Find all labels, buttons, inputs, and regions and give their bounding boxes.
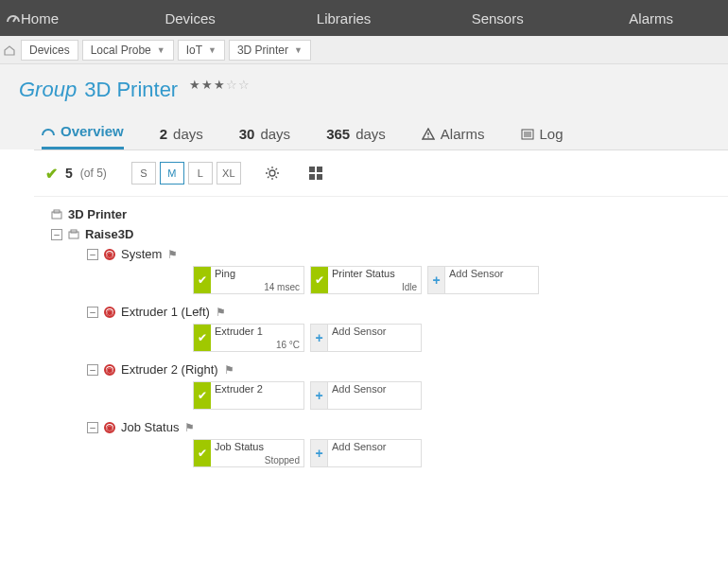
house-icon <box>3 44 16 57</box>
size-m[interactable]: M <box>160 162 184 185</box>
sensor-toolbar: ✔ 5 (of 5) S M L XL <box>34 150 728 197</box>
tab-overview[interactable]: Overview <box>42 123 124 149</box>
group-label: Extruder 1 (Left) <box>121 305 210 319</box>
breadcrumb-home-icon[interactable] <box>2 43 17 58</box>
page-title-area: Group 3D Printer ★★★☆☆ <box>0 64 728 112</box>
sensor-total: (of 5) <box>80 167 107 180</box>
check-icon: ✔ <box>194 325 211 351</box>
svg-rect-19 <box>317 174 322 180</box>
priority-stars[interactable]: ★★★☆☆ <box>189 78 251 92</box>
gauge-icon <box>42 125 55 138</box>
sensor-tile-printer-status[interactable]: ✔ Printer StatusIdle <box>310 266 422 294</box>
svg-rect-16 <box>309 167 315 172</box>
svg-line-13 <box>275 177 277 179</box>
sensor-tile-ping[interactable]: ✔ Ping14 msec <box>193 266 304 294</box>
breadcrumb-3d-printer[interactable]: 3D Printer▼ <box>229 40 311 61</box>
size-xl[interactable]: XL <box>217 162 241 185</box>
nav-home-label: Home <box>21 10 59 26</box>
chevron-down-icon: ▼ <box>294 45 303 55</box>
svg-line-12 <box>268 168 269 170</box>
tab-365-days[interactable]: 365days <box>326 126 386 149</box>
device-icon <box>68 229 79 240</box>
status-icon: ◉ <box>104 364 115 376</box>
sensor-tile-extruder-2[interactable]: ✔ Extruder 2 <box>193 381 304 410</box>
plus-icon: + <box>311 382 328 409</box>
sensor-tile-extruder-1[interactable]: ✔ Extruder 116 °C <box>193 324 304 352</box>
tree-group-extruder-2[interactable]: – ◉ Extruder 2 (Right) ⚑ <box>45 360 717 379</box>
group-icon <box>51 209 62 220</box>
collapse-toggle[interactable]: – <box>87 249 98 260</box>
flag-icon[interactable]: ⚑ <box>184 421 195 434</box>
warning-icon <box>422 128 435 141</box>
settings-button[interactable] <box>260 162 285 185</box>
plus-icon: + <box>311 325 328 351</box>
sensor-row-ext2: ✔ Extruder 2 + Add Sensor <box>45 379 717 417</box>
collapse-toggle[interactable]: – <box>87 364 98 376</box>
tab-bar: Overview 2days 30days 365days Alarms Log <box>0 112 728 149</box>
nav-sensors[interactable]: Sensors <box>421 0 575 36</box>
sensor-row-system: ✔ Ping14 msec ✔ Printer StatusIdle + Add… <box>45 264 717 302</box>
gear-icon <box>265 166 280 181</box>
nav-libraries[interactable]: Libraries <box>267 0 421 36</box>
tree-root[interactable]: 3D Printer <box>45 204 717 224</box>
group-name: 3D Printer <box>84 78 178 102</box>
collapse-toggle[interactable]: – <box>87 422 98 433</box>
svg-line-15 <box>275 168 277 170</box>
size-l[interactable]: L <box>188 162 213 185</box>
add-sensor-button[interactable]: + Add Sensor <box>427 266 539 294</box>
svg-point-2 <box>427 136 429 138</box>
flag-icon[interactable]: ⚑ <box>167 248 178 261</box>
add-sensor-button[interactable]: + Add Sensor <box>310 381 422 410</box>
tab-30-days[interactable]: 30days <box>239 126 290 149</box>
group-label: Extruder 2 (Right) <box>121 362 218 377</box>
size-buttons: S M L XL <box>131 162 241 185</box>
svg-line-0 <box>13 17 16 22</box>
svg-line-14 <box>268 177 269 179</box>
svg-rect-17 <box>317 167 322 172</box>
gauge-icon <box>6 10 21 26</box>
tree-device-label: Raise3D <box>85 227 133 241</box>
device-tree: 3D Printer – Raise3D – ◉ System ⚑ ✔ Ping… <box>34 197 728 503</box>
status-icon: ◉ <box>104 422 115 433</box>
sensor-tile-job-status[interactable]: ✔ Job StatusStopped <box>193 439 304 467</box>
breadcrumb-bar: Devices Local Probe▼ IoT▼ 3D Printer▼ <box>0 36 728 64</box>
check-icon: ✔ <box>311 267 328 293</box>
breadcrumb-devices[interactable]: Devices <box>21 40 78 61</box>
add-sensor-button[interactable]: + Add Sensor <box>310 439 422 467</box>
tab-overview-label: Overview <box>61 123 124 139</box>
plus-icon: + <box>428 267 445 293</box>
chevron-down-icon: ▼ <box>208 45 217 55</box>
log-icon <box>521 128 534 141</box>
tree-group-job-status[interactable]: – ◉ Job Status ⚑ <box>45 417 717 437</box>
tree-group-extruder-1[interactable]: – ◉ Extruder 1 (Left) ⚑ <box>45 302 717 322</box>
sensor-row-ext1: ✔ Extruder 116 °C + Add Sensor <box>45 322 717 360</box>
check-icon: ✔ <box>45 165 58 183</box>
flag-icon[interactable]: ⚑ <box>216 306 226 319</box>
check-icon: ✔ <box>194 267 211 293</box>
breadcrumb-iot[interactable]: IoT▼ <box>178 40 225 61</box>
tab-log[interactable]: Log <box>521 126 563 149</box>
flag-icon[interactable]: ⚑ <box>224 363 234 377</box>
breadcrumb-local-probe[interactable]: Local Probe▼ <box>82 40 174 61</box>
collapse-toggle[interactable]: – <box>87 307 98 318</box>
nav-home[interactable]: Home <box>0 0 113 36</box>
tree-group-system[interactable]: – ◉ System ⚑ <box>45 244 717 264</box>
sensor-up-count: 5 <box>65 166 73 181</box>
top-nav: Home Devices Libraries Sensors Alarms <box>0 0 728 36</box>
tab-alarms[interactable]: Alarms <box>422 126 485 149</box>
svg-point-7 <box>269 170 275 176</box>
tree-root-label: 3D Printer <box>68 207 127 221</box>
status-icon: ◉ <box>104 307 115 318</box>
tab-2-days[interactable]: 2days <box>160 126 203 149</box>
check-icon: ✔ <box>194 382 211 409</box>
check-icon: ✔ <box>194 440 211 466</box>
collapse-toggle[interactable]: – <box>51 229 62 240</box>
content-panel: ✔ 5 (of 5) S M L XL 3D Printer – Raise3D… <box>34 149 728 503</box>
nav-devices[interactable]: Devices <box>113 0 268 36</box>
tree-device-row[interactable]: – Raise3D <box>45 224 717 244</box>
size-s[interactable]: S <box>131 162 156 185</box>
add-sensor-button[interactable]: + Add Sensor <box>310 324 422 352</box>
grid-icon <box>308 166 323 181</box>
nav-alarms[interactable]: Alarms <box>574 0 728 36</box>
grid-view-button[interactable] <box>303 162 328 185</box>
